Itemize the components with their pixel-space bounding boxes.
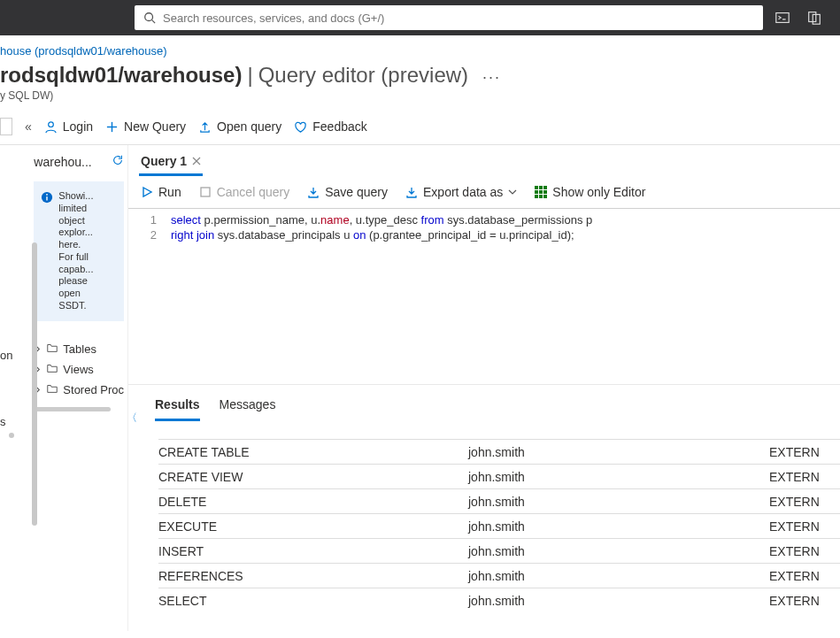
pin-placeholder[interactable] <box>0 118 12 135</box>
editor-panel: 〈 Query 1 Run Cancel query Save query <box>128 145 840 631</box>
tab-results[interactable]: Results <box>155 397 200 421</box>
results-tabs: Results Messages <box>128 385 840 421</box>
svg-rect-13 <box>201 188 210 196</box>
login-label: Login <box>63 119 93 134</box>
svg-rect-2 <box>776 13 789 23</box>
page-subtitle: y SQL DW) <box>0 89 840 111</box>
info-icon <box>41 191 53 204</box>
table-row[interactable]: REFERENCES john.smith EXTERN <box>158 563 840 588</box>
new-query-label: New Query <box>124 119 186 134</box>
table-row[interactable]: CREATE VIEW john.smith EXTERN <box>158 464 840 488</box>
upload-icon <box>198 120 212 134</box>
person-icon <box>44 120 58 134</box>
top-bar <box>0 0 840 35</box>
tree-views-label: Views <box>63 363 93 376</box>
chevron-down-icon <box>508 188 517 196</box>
tree-sprocs-label: Stored Proc <box>63 383 124 396</box>
feedback-button[interactable]: Feedback <box>294 119 366 134</box>
heart-icon <box>294 120 307 134</box>
nav-item-trunc-2[interactable]: s <box>0 415 12 428</box>
svg-point-5 <box>48 121 53 127</box>
folder-icon <box>46 342 58 354</box>
line-gutter: 1 2 <box>128 209 166 384</box>
more-icon[interactable]: ··· <box>474 68 501 87</box>
collapse-icon[interactable]: « <box>25 119 32 134</box>
svg-rect-9 <box>47 196 48 200</box>
stop-icon <box>199 186 212 198</box>
svg-point-0 <box>145 13 153 21</box>
cloud-shell-icon[interactable] <box>774 10 790 26</box>
feedback-label: Feedback <box>312 119 366 134</box>
object-explorer: warehou... Showi... limited object explo… <box>27 145 128 631</box>
command-bar: « Login New Query Open query Feedback <box>0 111 840 145</box>
open-query-button[interactable]: Open query <box>198 119 281 134</box>
play-icon <box>141 186 153 198</box>
nav-item-trunc-1[interactable]: on <box>0 349 12 362</box>
info-text: Showi... limited object explor... here. … <box>58 190 93 312</box>
download-icon <box>405 186 418 198</box>
global-search[interactable] <box>135 5 763 30</box>
grid-icon <box>535 186 547 198</box>
open-query-label: Open query <box>217 119 281 134</box>
table-row[interactable]: EXECUTE john.smith EXTERN <box>158 513 840 538</box>
sql-editor[interactable]: 1 2 select p.permission_name, u.name, u.… <box>128 208 840 385</box>
login-button[interactable]: Login <box>44 119 93 134</box>
show-only-editor-button[interactable]: Show only Editor <box>535 185 645 199</box>
page-title-sub: Query editor (preview) <box>258 63 468 88</box>
search-icon <box>143 12 156 24</box>
show-editor-label: Show only Editor <box>552 185 645 199</box>
page-title-main: rodsqldw01/warehouse) <box>0 63 242 88</box>
vertical-scrollbar[interactable] <box>32 242 37 526</box>
close-tab-button[interactable] <box>192 154 201 168</box>
tab-messages[interactable]: Messages <box>220 397 276 421</box>
download-icon <box>307 186 320 198</box>
table-row[interactable]: CREATE TABLE john.smith EXTERN <box>158 439 840 464</box>
tab-label: Query 1 <box>141 154 187 168</box>
export-label: Export data as <box>423 185 503 199</box>
plus-icon <box>105 120 119 134</box>
collapse-explorer-icon[interactable]: 〈 <box>127 411 137 426</box>
folder-icon <box>46 362 58 374</box>
refresh-icon <box>112 154 124 166</box>
run-button[interactable]: Run <box>141 185 181 199</box>
run-label: Run <box>158 185 181 199</box>
tree-views[interactable]: Views <box>34 359 124 380</box>
svg-line-1 <box>152 20 156 24</box>
search-input[interactable] <box>163 12 754 25</box>
new-query-button[interactable]: New Query <box>105 119 186 134</box>
tree-sprocs[interactable]: Stored Proc <box>34 380 124 400</box>
page-title-sep: | <box>247 63 252 88</box>
query-action-bar: Run Cancel query Save query Export data … <box>128 176 840 208</box>
breadcrumb-link[interactable]: house (prodsqldw01/warehouse) <box>0 44 167 58</box>
db-name-label: warehou... <box>34 155 91 169</box>
close-icon <box>192 157 201 165</box>
export-data-button[interactable]: Export data as <box>405 185 517 199</box>
table-row[interactable]: DELETE john.smith EXTERN <box>158 488 840 513</box>
results-table: CREATE TABLE john.smith EXTERN CREATE VI… <box>128 421 840 612</box>
table-row[interactable]: SELECT john.smith EXTERN <box>158 588 840 612</box>
table-row[interactable]: INSERT john.smith EXTERN <box>158 538 840 563</box>
horizontal-scrollbar[interactable] <box>35 407 111 411</box>
query-tabs: Query 1 <box>128 145 840 176</box>
info-card: Showi... limited object explor... here. … <box>34 181 124 321</box>
code-content[interactable]: select p.permission_name, u.name, u.type… <box>166 209 840 384</box>
breadcrumb: house (prodsqldw01/warehouse) <box>0 35 840 61</box>
svg-point-10 <box>46 194 48 196</box>
page-title-row: rodsqldw01/warehouse) | Query editor (pr… <box>0 61 840 89</box>
tab-query-1[interactable]: Query 1 <box>139 150 203 176</box>
save-label: Save query <box>325 185 388 199</box>
cancel-query-button: Cancel query <box>199 185 290 199</box>
save-query-button[interactable]: Save query <box>307 185 388 199</box>
refresh-button[interactable] <box>112 154 124 169</box>
left-nav-sliver: on s <box>0 145 27 631</box>
tree-tables[interactable]: Tables <box>34 339 124 359</box>
notifications-icon[interactable] <box>806 10 822 26</box>
folder-icon <box>46 382 58 395</box>
cancel-label: Cancel query <box>217 185 290 199</box>
tree-tables-label: Tables <box>63 342 96 356</box>
main-content: on s warehou... Showi... limited object … <box>0 145 840 631</box>
